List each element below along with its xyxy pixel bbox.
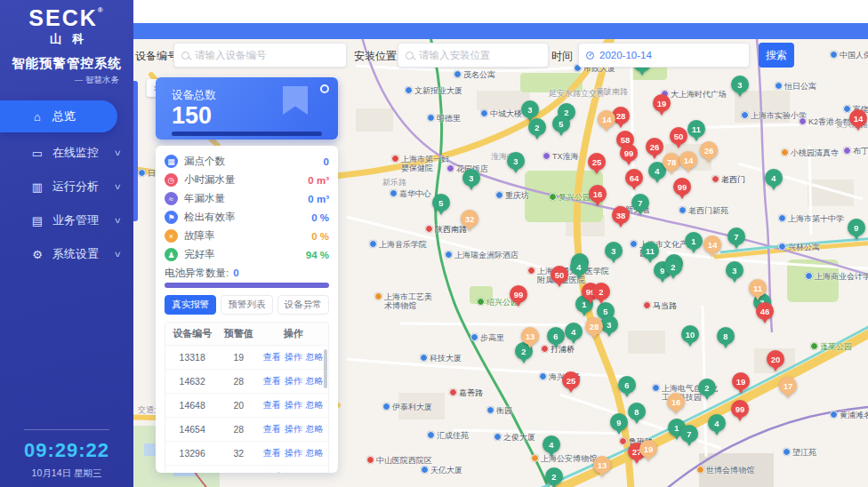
location-input[interactable] — [419, 50, 556, 60]
map-pin[interactable]: 11 — [749, 279, 767, 297]
map-pin[interactable]: 99 — [673, 178, 691, 196]
map-pin[interactable]: 2 — [592, 283, 610, 300]
map-pin[interactable]: 13 — [521, 327, 539, 345]
map-pin[interactable]: 19 — [732, 372, 750, 390]
action-operate[interactable]: 操作 — [285, 423, 302, 435]
map-pin[interactable]: 19 — [639, 440, 657, 458]
device-id-input[interactable] — [195, 50, 339, 60]
map-pin[interactable]: 4 — [570, 258, 588, 275]
action-view[interactable]: 查看 — [263, 423, 281, 435]
map-pin[interactable]: 11 — [641, 242, 659, 259]
map-pin[interactable]: 46 — [756, 302, 774, 320]
map-pin[interactable]: 7 — [727, 228, 745, 245]
stat-row: ×故障率0 % — [165, 227, 329, 245]
map-pin[interactable]: 3 — [731, 76, 749, 93]
sidebar-item-analysis[interactable]: ▥运行分析∨ — [0, 173, 133, 200]
map-pin[interactable]: 2 — [528, 118, 546, 136]
tab-warning-list[interactable]: 预警列表 — [221, 295, 272, 315]
map-pin[interactable]: 6 — [618, 376, 636, 394]
map-pin[interactable]: 50 — [551, 266, 568, 283]
map-pin[interactable]: 16 — [667, 393, 685, 411]
map-pin[interactable]: 28 — [585, 317, 603, 335]
search-button[interactable]: 搜索 — [759, 43, 794, 68]
map-pin[interactable]: 8 — [717, 327, 735, 345]
map-pin[interactable]: 3 — [600, 315, 618, 333]
map-pin[interactable]: 4 — [765, 169, 783, 187]
map-pin[interactable]: 5 — [552, 115, 570, 132]
action-ignore[interactable]: 忽略 — [306, 375, 324, 387]
action-view[interactable]: 查看 — [263, 375, 281, 387]
action-view[interactable]: 查看 — [263, 471, 281, 473]
time-input[interactable] — [599, 50, 742, 60]
map-pin[interactable]: 2 — [664, 258, 682, 275]
map-pin[interactable]: 99 — [510, 285, 527, 303]
map-pin[interactable]: 13 — [593, 456, 611, 474]
action-ignore[interactable]: 忽略 — [306, 423, 324, 435]
sidebar-item-settings[interactable]: ⚙系统设置∨ — [0, 241, 133, 267]
map-label-text: 之俊大厦 — [503, 433, 535, 442]
sidebar-item-monitoring[interactable]: ▭在线监控∨ — [0, 140, 133, 166]
action-ignore[interactable]: 忽略 — [306, 351, 324, 363]
sidebar-item-overview[interactable]: ⌂总览 — [0, 100, 117, 132]
action-ignore[interactable]: 忽略 — [306, 471, 324, 473]
chevron-down-icon: ∨ — [114, 182, 122, 191]
map-pin[interactable]: 26 — [646, 138, 663, 156]
map-pin[interactable]: 16 — [589, 185, 607, 203]
map-pin[interactable]: 9 — [848, 219, 865, 236]
map-pin[interactable]: 3 — [462, 169, 480, 187]
map-pin[interactable]: 6 — [547, 327, 565, 345]
map-pin[interactable]: 9 — [610, 413, 628, 431]
map-pin[interactable]: 7 — [631, 194, 649, 212]
map-pin[interactable]: 14 — [703, 236, 721, 253]
card-circle-button[interactable] — [320, 84, 329, 93]
map-pin[interactable]: 78 — [663, 153, 680, 171]
action-ignore[interactable]: 忽略 — [306, 399, 324, 411]
map-pin[interactable]: 64 — [625, 169, 643, 187]
action-view[interactable]: 查看 — [263, 399, 281, 411]
map-pin[interactable]: 5 — [432, 194, 450, 212]
table-scrollbar[interactable] — [324, 349, 327, 388]
map-label-text: 大上海时代广场 — [671, 90, 727, 99]
map-pin[interactable]: 14 — [598, 110, 615, 128]
tab-device-abnormal[interactable]: 设备异常 — [277, 295, 329, 315]
map-pin[interactable]: 10 — [681, 325, 699, 343]
map-pin[interactable]: 1 — [685, 232, 703, 250]
map-pin[interactable]: 8 — [628, 403, 646, 420]
map-pin[interactable]: 2 — [545, 467, 563, 485]
action-operate[interactable]: 操作 — [285, 447, 302, 459]
action-view[interactable]: 查看 — [263, 351, 281, 363]
map-pin[interactable]: 11 — [687, 120, 705, 138]
map-pin[interactable]: 2 — [698, 379, 716, 396]
map-pin[interactable]: 3 — [507, 152, 525, 170]
map-pin[interactable]: 17 — [779, 377, 797, 395]
map-pin[interactable]: 19 — [653, 94, 671, 112]
action-operate[interactable]: 操作 — [285, 399, 302, 411]
map-pin[interactable]: 50 — [670, 127, 687, 145]
map-pin[interactable]: 32 — [461, 210, 478, 228]
map-pin[interactable]: 38 — [612, 206, 630, 224]
sidebar-item-business[interactable]: ▤业务管理∨ — [0, 207, 133, 234]
action-operate[interactable]: 操作 — [285, 375, 302, 387]
map-pin[interactable]: 4 — [708, 414, 726, 432]
action-operate[interactable]: 操作 — [285, 471, 302, 473]
map-pin[interactable]: 7 — [680, 425, 698, 443]
map-label-text: 嘉华中心 — [399, 189, 431, 198]
map-pin[interactable]: 25 — [562, 371, 580, 389]
map-pin[interactable]: 3 — [521, 100, 539, 118]
action-ignore[interactable]: 忽略 — [306, 447, 324, 459]
map-pin[interactable]: 99 — [731, 400, 749, 418]
map-pin[interactable]: 20 — [767, 350, 784, 368]
map-pin[interactable]: 3 — [726, 261, 743, 279]
map-pin[interactable]: 4 — [542, 435, 560, 453]
map-pin[interactable]: 4 — [565, 323, 583, 340]
map-pin[interactable]: 25 — [588, 153, 606, 171]
map-pin[interactable]: 3 — [605, 242, 623, 259]
action-view[interactable]: 查看 — [263, 447, 281, 459]
map-pin[interactable]: 14 — [679, 151, 697, 169]
tab-real-alarm[interactable]: 真实报警 — [165, 295, 216, 315]
map-pin[interactable]: 99 — [620, 144, 638, 162]
map-pin[interactable]: 14 — [849, 109, 867, 127]
action-operate[interactable]: 操作 — [285, 351, 302, 363]
map-label-text: 恒日公寓 — [784, 82, 816, 91]
map-pin[interactable]: 26 — [700, 141, 718, 159]
